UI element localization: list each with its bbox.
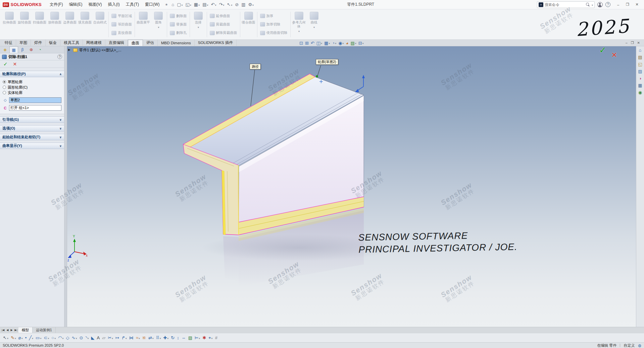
undo-button[interactable]: ↶ <box>210 2 217 8</box>
offset-entities-icon[interactable]: ≈ <box>135 335 141 341</box>
view-palette-icon[interactable]: ▨ <box>638 69 642 73</box>
group-header-profile-path[interactable]: 轮廓和路径(P) <box>0 71 64 77</box>
menu-window[interactable]: 窗口(W) <box>142 1 162 8</box>
menu-tools[interactable]: 工具(T) <box>123 1 142 8</box>
featuremanager-flyout-arrow[interactable]: ▶ <box>68 48 70 51</box>
sketch-tool-icon[interactable]: ✎ <box>10 335 17 341</box>
home-button[interactable]: ⌂ <box>170 2 175 7</box>
apply-scene-icon[interactable]: ▨ <box>350 41 357 45</box>
convert-entities-icon[interactable]: ↱ <box>120 335 128 341</box>
display-relations-icon[interactable]: ⊨ <box>194 335 201 341</box>
dimxpertmanager-tab[interactable]: ⊕ <box>27 46 36 53</box>
status-customize[interactable]: 自定义 <box>624 343 635 348</box>
rectangle-tool-icon[interactable]: ▭ <box>35 335 42 341</box>
fillet-tool-icon[interactable]: ◝ <box>84 335 90 341</box>
sketch-picture-icon[interactable]: ▧ <box>187 335 193 340</box>
view-settings-icon[interactable]: ⊟ <box>358 41 364 45</box>
zoom-area-icon[interactable]: ⊞ <box>304 41 309 45</box>
configurationmanager-tab[interactable]: β <box>18 46 27 53</box>
scale-entities-icon[interactable]: ↕ <box>176 335 180 340</box>
thickened-cut-button[interactable]: 加厚切除 <box>260 22 288 27</box>
ellipse-tool-icon[interactable]: ⊙ <box>78 335 84 340</box>
menu-edit[interactable]: 编辑(E) <box>66 1 85 8</box>
offset-surface-button[interactable]: 等距曲面 <box>111 22 132 27</box>
trim-entities-icon[interactable]: ✂ <box>107 335 114 341</box>
untrim-surface-button[interactable]: 解除剪裁曲面 <box>210 31 237 35</box>
delete-face-button[interactable]: 删除面 <box>170 14 187 18</box>
reference-geometry-button[interactable]: 参考几何体 <box>292 10 306 39</box>
options-button[interactable]: ⚙ <box>247 2 255 8</box>
extend-surface-button[interactable]: 延伸曲面 <box>210 14 237 18</box>
tab-mesh-modeling[interactable]: 网格建模 <box>83 40 105 46</box>
solidworks-resources-icon[interactable]: ⌂ <box>639 48 642 52</box>
intersection-curve-icon[interactable]: ⋈ <box>128 335 135 340</box>
tab-weldments[interactable]: 焊件 <box>31 40 46 46</box>
flatten-surface-button[interactable]: 曲面展平 <box>136 10 151 39</box>
extruded-surface-button[interactable]: 拉伸曲面 <box>2 10 17 39</box>
last-tab-button[interactable]: ▶| <box>14 327 18 333</box>
custom-properties-icon[interactable]: ▦ <box>638 83 642 88</box>
document-restore-button[interactable]: ❐ <box>631 41 634 45</box>
tab-motion-study-1[interactable]: 运动算例1 <box>33 327 56 333</box>
rotate-entities-icon[interactable]: ↻ <box>170 335 176 340</box>
cancel-button[interactable]: ✕ <box>13 61 17 67</box>
grid-settings-icon[interactable]: # <box>214 335 218 340</box>
document-close-button[interactable]: ✕ <box>637 41 640 45</box>
document-minimize-button[interactable]: – <box>626 41 628 45</box>
path-callout[interactable]: 路径 <box>250 64 261 69</box>
repair-sketch-icon[interactable]: ✱ <box>201 335 207 340</box>
radio-circular-profile[interactable]: 圆形轮廓(C) <box>3 85 61 90</box>
menu-insert[interactable]: 插入(I) <box>105 1 122 8</box>
search-icon[interactable] <box>586 2 590 7</box>
swept-surface-button[interactable]: 扫描曲面 <box>32 10 47 39</box>
search-input[interactable] <box>545 3 584 7</box>
stretch-entities-icon[interactable]: ⇔ <box>181 335 187 340</box>
select-button[interactable]: 选择 <box>191 10 206 39</box>
tab-model[interactable]: 模型 <box>18 327 33 333</box>
extend-entities-icon[interactable]: ↦ <box>114 335 120 340</box>
menu-pin-icon[interactable]: ★ <box>165 3 168 6</box>
first-tab-button[interactable]: |◀ <box>1 327 5 333</box>
tab-surfaces[interactable]: 曲面 <box>128 40 143 46</box>
replace-face-button[interactable]: 替换面 <box>170 22 187 27</box>
tab-features[interactable]: 特征 <box>1 40 16 46</box>
text-tool-icon[interactable]: A <box>96 335 101 340</box>
pm-help-icon[interactable]: ? <box>57 54 62 59</box>
view-orientation-icon[interactable]: ▦ <box>324 41 331 45</box>
zoom-fit-icon[interactable]: ⊡ <box>299 41 304 45</box>
filled-surface-button[interactable]: 填充曲面 <box>78 10 92 39</box>
freeform-button[interactable]: 自由样式 <box>93 10 107 39</box>
print-button[interactable]: ▤ <box>201 2 209 8</box>
arc-tool-icon[interactable]: ◠ <box>57 335 64 341</box>
path-selection-value[interactable]: 打开 组<1> <box>9 105 61 110</box>
menu-file[interactable]: 文件(F) <box>47 1 65 8</box>
curves-button[interactable]: 曲线 <box>307 10 321 39</box>
fillet-button[interactable]: 圆角 <box>151 10 166 39</box>
tab-solidworks-addins[interactable]: SOLIDWORKS 插件 <box>195 40 237 46</box>
panel-splitter[interactable] <box>64 46 67 327</box>
mirror-entities-icon[interactable]: ⇄ <box>147 335 155 341</box>
previous-tab-button[interactable]: ◀ <box>5 327 9 333</box>
app-minimize-button[interactable]: – <box>614 3 623 7</box>
surface-offset-icon[interactable]: ≌ <box>141 335 147 340</box>
circle-tool-icon[interactable]: ○ <box>50 335 57 341</box>
chamfer-tool-icon[interactable]: ◣ <box>90 335 95 340</box>
help-icon[interactable] <box>605 2 610 7</box>
save-button[interactable]: ▦ <box>193 2 201 8</box>
thicken-button[interactable]: 加厚 <box>260 14 288 18</box>
radio-solid-profile[interactable]: 实体轮廓 <box>3 90 61 95</box>
plane-tool-icon[interactable]: ▱ <box>101 335 106 340</box>
graphics-area[interactable]: Y x z ▶ 零件1 (默认) <<默认>_... 路径 轮廓(草图2) ✓ … <box>67 46 636 327</box>
display-style-icon[interactable]: ◔ <box>331 41 337 45</box>
model-canvas[interactable]: Y x z <box>67 46 636 327</box>
trim-surface-button[interactable]: 剪裁曲面 <box>210 22 237 27</box>
lofted-surface-button[interactable]: 放样曲面 <box>47 10 62 39</box>
ruled-surface-button[interactable]: 直纹曲面 <box>111 31 132 35</box>
new-document-button[interactable]: ▢ <box>176 2 184 8</box>
knit-surface-button[interactable]: 缝合曲面 <box>241 10 256 39</box>
move-entities-icon[interactable]: ✚ <box>162 335 169 341</box>
solidworks-forum-icon[interactable]: ◉ <box>638 90 642 95</box>
point-tool-icon[interactable]: • <box>24 335 28 340</box>
featuremanager-tree-tab[interactable]: ◈ <box>1 46 9 53</box>
app-restore-button[interactable]: ❐ <box>623 2 632 7</box>
